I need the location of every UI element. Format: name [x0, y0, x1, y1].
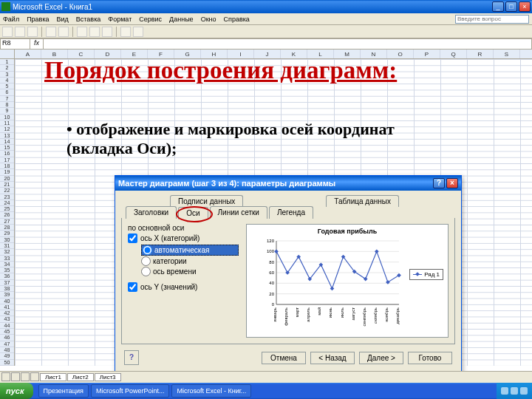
col-header[interactable]: A [15, 50, 41, 58]
menu-tools[interactable]: Сервис [139, 16, 162, 23]
checkbox-y-axis[interactable] [128, 282, 137, 292]
row-header[interactable]: 34 [0, 262, 14, 267]
row-header[interactable]: 49 [0, 353, 14, 359]
row-header[interactable]: 2 [0, 65, 14, 71]
row-header[interactable]: 31 [0, 243, 14, 249]
tab-legend[interactable]: Легенда [269, 206, 313, 219]
tab-nav-prev-icon[interactable] [11, 372, 20, 381]
row-header[interactable]: 19 [0, 169, 14, 175]
start-button[interactable]: пуск [0, 383, 33, 399]
menu-format[interactable]: Формат [108, 16, 132, 23]
row-header[interactable]: 25 [0, 206, 14, 212]
radio-categories[interactable] [141, 256, 151, 266]
row-header[interactable]: 6 [0, 89, 14, 95]
sheet-tab[interactable]: Лист3 [95, 373, 121, 381]
row-header[interactable]: 23 [0, 194, 14, 200]
row-header[interactable]: 17 [0, 157, 14, 163]
radio-automatic[interactable] [143, 245, 152, 255]
row-header[interactable]: 16 [0, 151, 14, 157]
row-header[interactable]: 45 [0, 329, 14, 335]
tab-data-labels[interactable]: Подписи данных [170, 195, 243, 207]
row-header[interactable]: 5 [0, 83, 14, 89]
row-header[interactable]: 48 [0, 347, 14, 353]
taskbar-item[interactable]: Microsoft Excel - Книг... [171, 384, 251, 398]
wizard-close-button[interactable]: × [446, 178, 458, 188]
menu-view[interactable]: Вид [57, 16, 69, 23]
menu-data[interactable]: Данные [169, 16, 194, 23]
tray-icon[interactable] [501, 387, 508, 395]
radio-time-axis[interactable] [141, 267, 151, 276]
maximize-button[interactable]: □ [505, 1, 517, 12]
row-header[interactable]: 9 [0, 108, 14, 114]
row-header[interactable]: 12 [0, 126, 14, 132]
tab-nav-first-icon[interactable] [1, 372, 10, 381]
row-header[interactable]: 22 [0, 188, 14, 194]
row-header[interactable]: 46 [0, 335, 14, 341]
checkbox-x-axis[interactable] [128, 233, 137, 243]
redo-icon[interactable] [133, 27, 143, 37]
tab-titles[interactable]: Заголовки [126, 206, 177, 219]
row-header[interactable]: 30 [0, 237, 14, 243]
tab-data-table[interactable]: Таблица данных [326, 195, 399, 207]
preview-icon[interactable] [58, 27, 69, 37]
row-header[interactable]: 39 [0, 292, 14, 298]
menu-insert[interactable]: Вставка [76, 16, 100, 23]
fx-icon[interactable]: fx [30, 39, 44, 49]
formula-input[interactable] [44, 39, 531, 49]
back-button[interactable]: < Назад [310, 352, 355, 364]
row-header[interactable]: 3 [0, 72, 14, 78]
paste-icon[interactable] [102, 27, 112, 37]
row-header[interactable]: 10 [0, 115, 14, 120]
row-header[interactable]: 35 [0, 267, 14, 273]
help-question-input[interactable] [455, 15, 529, 24]
cancel-button[interactable]: Отмена [262, 352, 306, 364]
tray-icon[interactable] [511, 387, 518, 395]
copy-icon[interactable] [89, 27, 100, 37]
minimize-button[interactable]: _ [492, 1, 504, 12]
cut-icon[interactable] [77, 27, 87, 37]
menu-help[interactable]: Справка [224, 16, 250, 23]
col-header[interactable]: P [414, 50, 440, 58]
row-header[interactable]: 38 [0, 286, 14, 292]
tray-icon[interactable] [520, 387, 528, 395]
new-icon[interactable] [2, 27, 13, 37]
name-box[interactable]: R8 [1, 39, 30, 49]
row-header[interactable]: 4 [0, 78, 14, 83]
row-header[interactable]: 47 [0, 341, 14, 347]
close-button[interactable]: × [519, 1, 531, 12]
row-header[interactable]: 26 [0, 212, 14, 218]
col-header[interactable]: Q [440, 50, 467, 58]
wizard-help-button[interactable]: ? [433, 178, 445, 188]
row-header[interactable]: 8 [0, 102, 14, 108]
save-icon[interactable] [27, 27, 38, 37]
col-header[interactable]: R [467, 50, 494, 58]
row-header[interactable]: 14 [0, 139, 14, 145]
taskbar-item[interactable]: Microsoft PowerPoint... [91, 384, 170, 398]
row-header[interactable]: 32 [0, 249, 14, 255]
row-header[interactable]: 11 [0, 120, 14, 126]
row-header[interactable]: 13 [0, 133, 14, 139]
row-header[interactable]: 41 [0, 304, 14, 310]
taskbar-item[interactable]: Презентация [38, 384, 89, 398]
row-header[interactable]: 40 [0, 299, 14, 304]
row-header[interactable]: 24 [0, 200, 14, 206]
tab-nav-last-icon[interactable] [30, 372, 39, 381]
row-header[interactable]: 21 [0, 182, 14, 188]
tab-gridlines[interactable]: Линии сетки [210, 206, 267, 219]
select-all-corner[interactable] [0, 50, 15, 58]
col-header[interactable]: S [494, 50, 520, 58]
menu-edit[interactable]: Правка [27, 16, 49, 23]
row-header[interactable]: 27 [0, 219, 14, 225]
row-header[interactable]: 43 [0, 316, 14, 322]
row-header[interactable]: 28 [0, 225, 14, 231]
menu-file[interactable]: Файл [3, 16, 19, 23]
row-header[interactable]: 50 [0, 360, 14, 366]
row-header[interactable]: 18 [0, 163, 14, 169]
row-header[interactable]: 36 [0, 273, 14, 279]
menu-window[interactable]: Окно [201, 16, 216, 23]
undo-icon[interactable] [120, 27, 131, 37]
row-header[interactable]: 37 [0, 280, 14, 286]
tab-nav-next-icon[interactable] [21, 372, 30, 381]
row-header[interactable]: 20 [0, 176, 14, 182]
tab-axes[interactable]: Оси [178, 207, 208, 219]
